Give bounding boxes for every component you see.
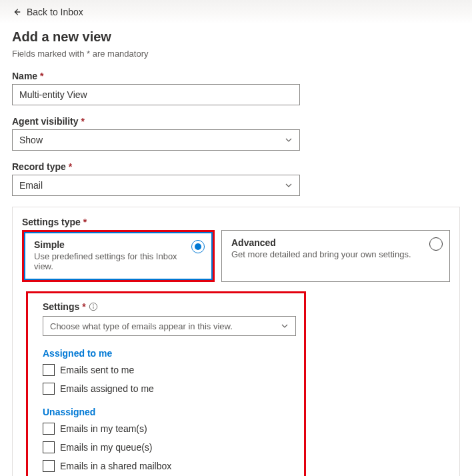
back-label: Back to Inbox: [27, 7, 83, 17]
checkbox: [43, 460, 55, 472]
agent-visibility-label: Agent visibility *: [12, 116, 460, 127]
chevron-down-icon: [285, 136, 293, 144]
option-emails-in-shared-mailbox[interactable]: Emails in a shared mailbox: [43, 460, 289, 472]
svg-point-1: [93, 305, 93, 305]
highlight-settings: Settings * Choose what type of emails ap…: [26, 291, 306, 476]
settings-label: Settings *: [43, 301, 289, 312]
settings-type-simple[interactable]: Simple Use predefined settings for this …: [24, 232, 213, 280]
mandatory-note: Fields marked with * are mandatory: [12, 49, 460, 59]
record-type-select[interactable]: Email: [12, 175, 300, 196]
option-emails-sent-to-me[interactable]: Emails sent to me: [43, 364, 289, 376]
radio-indicator: [429, 237, 443, 251]
settings-type-panel: Settings type * Simple Use predefined se…: [12, 207, 460, 476]
radio-indicator-selected: [191, 240, 205, 253]
option-emails-in-teams[interactable]: Emails in my team(s): [43, 423, 289, 435]
chevron-down-icon: [285, 181, 293, 189]
page-title: Add a new view: [12, 29, 460, 45]
highlight-simple: Simple Use predefined settings for this …: [22, 230, 215, 282]
settings-type-advanced[interactable]: Advanced Get more detailed and bring you…: [221, 230, 450, 282]
option-emails-in-queues[interactable]: Emails in my queue(s): [43, 441, 289, 453]
agent-visibility-select[interactable]: Show: [12, 129, 300, 151]
checkbox: [43, 383, 55, 395]
info-icon: [89, 302, 98, 311]
checkbox: [43, 441, 55, 453]
record-type-label: Record type *: [12, 161, 460, 172]
arrow-left-icon: [12, 7, 21, 17]
checkbox: [43, 364, 55, 376]
name-input[interactable]: Multi-entity View: [12, 84, 300, 105]
group-unassigned: Unassigned: [43, 407, 289, 417]
settings-type-label: Settings type *: [22, 217, 450, 227]
checkbox: [43, 423, 55, 435]
group-assigned: Assigned to me: [43, 348, 289, 359]
option-emails-assigned-to-me[interactable]: Emails assigned to me: [43, 383, 289, 395]
chevron-down-icon: [281, 322, 289, 330]
settings-select[interactable]: Choose what type of emails appear in thi…: [43, 316, 296, 336]
name-label: Name *: [12, 71, 460, 81]
back-to-inbox-link[interactable]: Back to Inbox: [12, 7, 83, 17]
